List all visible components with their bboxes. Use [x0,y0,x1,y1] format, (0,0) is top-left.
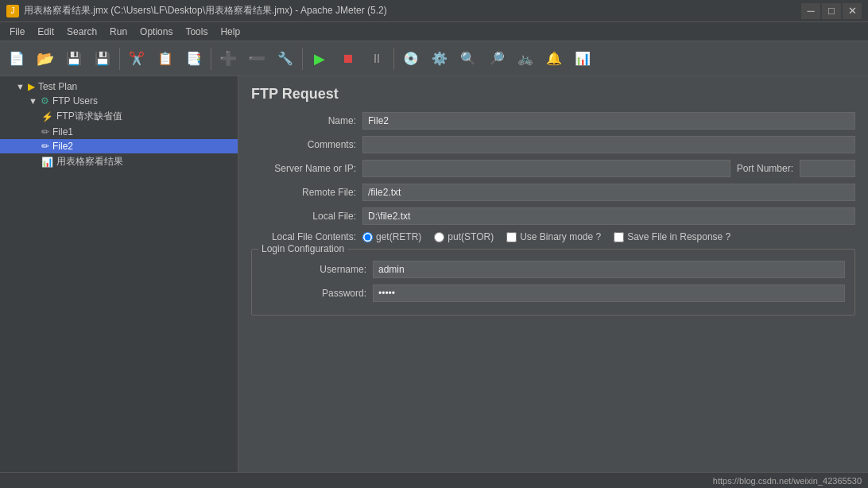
file-contents-options: get(RETR) put(STOR) Use Binary mode ? Sa… [362,231,730,242]
tb-sep2 [211,48,211,70]
sidebar-item-label: File1 [52,126,73,137]
password-input[interactable] [373,285,845,302]
sidebar-item-label: File2 [52,141,73,152]
page-title: FTP Request [251,86,855,103]
ftp-default-icon: ⚡ [41,111,53,122]
menu-file[interactable]: File [3,25,31,39]
sidebar-item-result-table[interactable]: 📊 用表格察看结果 [0,153,238,170]
sidebar-item-label: 用表格察看结果 [56,155,123,168]
toolbar: 📄 📂 💾 💾 ✂️ 📋 📑 ➕ ➖ 🔧 ▶ ⏹ ⏸ 💿 ⚙️ 🔍 🔎 🚲 🔔 … [0,41,868,76]
username-label: Username: [262,264,373,275]
server-row: Server Name or IP: Port Number: [251,160,855,177]
tb-settings[interactable]: 🔧 [272,45,299,72]
radio-put-text: put(STOR) [448,231,494,242]
radio-get-text: get(RETR) [376,231,421,242]
sidebar: ▼ ▶ Test Plan ▼ ⚙ FTP Users ⚡ FTP请求缺省值 ✏… [0,76,238,472]
tb-save2[interactable]: 💾 [89,45,116,72]
expand-icon: ▼ [16,82,25,91]
username-input[interactable] [373,261,845,278]
name-row: Name: [251,112,855,130]
tb-copy[interactable]: 📋 [152,45,179,72]
comments-input[interactable] [362,136,855,153]
status-bar: https://blog.csdn.net/weixin_42365530 [0,472,868,488]
tb-paste[interactable]: 📑 [180,45,207,72]
tb-sep3 [302,48,303,70]
name-label: Name: [251,115,362,126]
server-input[interactable] [362,160,730,177]
local-file-input[interactable] [362,207,855,225]
remote-file-label: Remote File: [251,187,362,198]
title-bar: J 用表格察看结果.jmx (C:\Users\LF\Desktop\用表格察看… [0,0,868,22]
sidebar-item-ftp-default[interactable]: ⚡ FTP请求缺省值 [0,108,238,125]
remote-file-input[interactable] [362,184,855,201]
test-plan-icon: ▶ [28,81,35,92]
tb-new[interactable]: 📄 [3,45,30,72]
tb-disk[interactable]: 💿 [397,45,424,72]
tb-cut[interactable]: ✂️ [123,45,150,72]
tb-zoom[interactable]: 🔎 [483,45,510,72]
local-file-row: Local File: [251,207,855,225]
tb-gear[interactable]: ⚙️ [426,45,453,72]
tb-add[interactable]: ➕ [215,45,242,72]
password-label: Password: [262,288,373,299]
checkbox-binary[interactable] [506,232,517,242]
comments-label: Comments: [251,139,362,150]
menu-help[interactable]: Help [214,25,246,39]
menu-tools[interactable]: Tools [179,25,214,39]
close-button[interactable]: ✕ [843,3,862,19]
tb-search[interactable]: 🔍 [455,45,482,72]
menu-options[interactable]: Options [134,25,179,39]
radio-put[interactable] [434,232,444,242]
tb-chart[interactable]: 📊 [569,45,596,72]
minimize-button[interactable]: ─ [801,3,820,19]
tb-save[interactable]: 💾 [60,45,87,72]
main-layout: ▼ ▶ Test Plan ▼ ⚙ FTP Users ⚡ FTP请求缺省值 ✏… [0,76,868,472]
tb-sep4 [393,48,394,70]
server-label: Server Name or IP: [251,163,362,174]
checkbox-binary-text: Use Binary mode ? [520,231,601,242]
tb-open[interactable]: 📂 [32,45,59,72]
sidebar-item-file2[interactable]: ✏ File2 [0,139,238,153]
login-section-title: Login Configuration [258,243,347,254]
file1-icon: ✏ [41,126,49,137]
menu-edit[interactable]: Edit [31,25,60,39]
sidebar-item-ftp-users[interactable]: ▼ ⚙ FTP Users [0,94,238,108]
checkbox-save[interactable] [614,232,624,242]
window-controls: ─ □ ✕ [801,3,862,19]
checkbox-binary-label[interactable]: Use Binary mode ? [506,231,601,242]
port-input[interactable] [800,160,855,177]
menu-run[interactable]: Run [103,25,134,39]
tb-run[interactable]: ▶ [306,45,333,72]
menu-search[interactable]: Search [60,25,103,39]
sidebar-item-label: Test Plan [38,81,77,92]
tb-sep1 [119,48,120,70]
radio-put-label[interactable]: put(STOR) [434,231,494,242]
name-input[interactable] [362,112,855,130]
login-section: Login Configuration Username: Password: [251,249,855,316]
username-row: Username: [262,261,845,278]
sidebar-item-test-plan[interactable]: ▼ ▶ Test Plan [0,79,238,94]
file2-icon: ✏ [41,141,49,152]
sidebar-item-file1[interactable]: ✏ File1 [0,125,238,139]
tb-remove[interactable]: ➖ [243,45,270,72]
ftp-icon: ⚙ [41,95,49,107]
result-table-icon: 📊 [41,157,53,168]
tb-pause[interactable]: ⏸ [363,45,390,72]
port-label: Port Number: [730,163,800,174]
tb-bell[interactable]: 🔔 [541,45,568,72]
password-row: Password: [262,285,845,302]
maximize-button[interactable]: □ [822,3,841,19]
status-url: https://blog.csdn.net/weixin_42365530 [713,476,862,486]
expand-icon2: ▼ [29,96,37,106]
sidebar-item-label: FTP Users [52,95,98,107]
comments-row: Comments: [251,136,855,153]
checkbox-save-label[interactable]: Save File in Response ? [614,231,730,242]
sidebar-item-label: FTP请求缺省值 [56,110,122,123]
checkbox-save-text: Save File in Response ? [627,231,730,242]
tb-bike[interactable]: 🚲 [512,45,539,72]
local-file-contents-row: Local File Contents: get(RETR) put(STOR)… [251,231,855,242]
tb-stop[interactable]: ⏹ [335,45,362,72]
radio-get-label[interactable]: get(RETR) [362,231,421,242]
radio-get[interactable] [362,232,373,242]
menu-bar: File Edit Search Run Options Tools Help [0,22,868,41]
